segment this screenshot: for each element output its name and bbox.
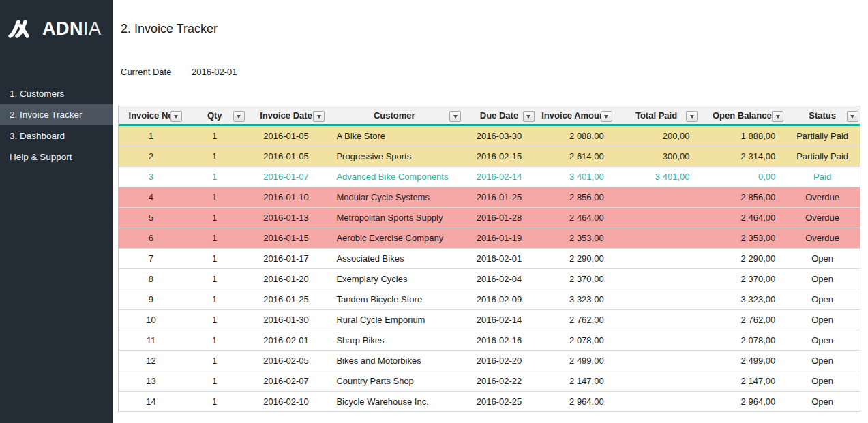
cell-qty[interactable]: 1 xyxy=(183,351,246,371)
cell-open_balance[interactable]: 0,00 xyxy=(699,167,785,187)
cell-qty[interactable]: 1 xyxy=(183,126,246,146)
cell-total_paid[interactable] xyxy=(614,310,700,330)
cell-total_paid[interactable]: 3 401,00 xyxy=(614,167,700,187)
cell-customer[interactable]: Country Parts Shop xyxy=(326,371,462,391)
cell-qty[interactable]: 1 xyxy=(183,310,246,330)
cell-customer[interactable]: Modular Cycle Systems xyxy=(326,187,462,207)
cell-due_date[interactable]: 2016-02-25 xyxy=(462,392,536,411)
cell-customer[interactable]: Tandem Bicycle Store xyxy=(326,289,462,309)
cell-invoice_date[interactable]: 2016-01-20 xyxy=(246,269,327,289)
cell-customer[interactable]: A Bike Store xyxy=(326,126,462,146)
cell-status[interactable]: Overdue xyxy=(785,228,860,248)
sidebar-item-help-support[interactable]: Help & Support xyxy=(0,146,113,168)
cell-total_paid[interactable] xyxy=(614,289,700,309)
cell-invoice_amount[interactable]: 2 762,00 xyxy=(536,310,614,330)
cell-invoice_no[interactable]: 13 xyxy=(119,371,183,391)
cell-invoice_no[interactable]: 12 xyxy=(119,351,183,371)
filter-button-customer[interactable] xyxy=(449,111,461,122)
cell-total_paid[interactable] xyxy=(614,249,700,268)
cell-open_balance[interactable]: 2 370,00 xyxy=(699,269,785,289)
cell-invoice_amount[interactable]: 2 147,00 xyxy=(536,371,614,391)
cell-invoice_no[interactable]: 14 xyxy=(119,392,183,411)
cell-status[interactable]: Open xyxy=(785,392,860,411)
cell-invoice_date[interactable]: 2016-01-05 xyxy=(246,126,327,146)
cell-open_balance[interactable]: 1 888,00 xyxy=(699,126,785,146)
cell-invoice_no[interactable]: 11 xyxy=(119,330,183,350)
cell-qty[interactable]: 1 xyxy=(183,228,246,248)
cell-invoice_date[interactable]: 2016-01-15 xyxy=(246,228,327,248)
cell-total_paid[interactable] xyxy=(614,371,700,391)
cell-qty[interactable]: 1 xyxy=(183,167,246,187)
cell-open_balance[interactable]: 2 762,00 xyxy=(699,310,785,330)
cell-status[interactable]: Open xyxy=(785,310,860,330)
cell-qty[interactable]: 1 xyxy=(183,249,246,268)
cell-status[interactable]: Open xyxy=(785,269,860,289)
cell-total_paid[interactable] xyxy=(614,330,700,350)
cell-status[interactable]: Open xyxy=(785,289,860,309)
cell-due_date[interactable]: 2016-02-04 xyxy=(462,269,536,289)
cell-due_date[interactable]: 2016-02-09 xyxy=(462,289,536,309)
cell-invoice_date[interactable]: 2016-02-05 xyxy=(246,351,327,371)
cell-invoice_no[interactable]: 2 xyxy=(119,146,183,166)
cell-status[interactable]: Open xyxy=(785,249,860,268)
cell-invoice_date[interactable]: 2016-01-13 xyxy=(246,208,327,228)
cell-total_paid[interactable] xyxy=(614,269,700,289)
cell-open_balance[interactable]: 2 464,00 xyxy=(699,208,785,228)
filter-button-status[interactable] xyxy=(847,111,858,122)
cell-customer[interactable]: Sharp Bikes xyxy=(326,330,462,350)
filter-button-invoice-no[interactable] xyxy=(170,111,182,122)
cell-due_date[interactable]: 2016-02-16 xyxy=(462,330,536,350)
cell-invoice_date[interactable]: 2016-01-30 xyxy=(246,310,327,330)
cell-invoice_amount[interactable]: 2 078,00 xyxy=(536,330,614,350)
cell-status[interactable]: Paid xyxy=(785,167,860,187)
cell-qty[interactable]: 1 xyxy=(183,208,246,228)
cell-invoice_date[interactable]: 2016-01-10 xyxy=(246,187,327,207)
cell-due_date[interactable]: 2016-02-01 xyxy=(462,249,536,268)
cell-due_date[interactable]: 2016-02-20 xyxy=(462,351,536,371)
cell-invoice_date[interactable]: 2016-01-17 xyxy=(246,249,327,268)
cell-due_date[interactable]: 2016-02-22 xyxy=(462,371,536,391)
cell-invoice_amount[interactable]: 3 401,00 xyxy=(536,167,614,187)
cell-invoice_date[interactable]: 2016-02-07 xyxy=(246,371,327,391)
cell-invoice_no[interactable]: 3 xyxy=(119,167,183,187)
cell-invoice_no[interactable]: 1 xyxy=(119,126,183,146)
cell-open_balance[interactable]: 2 314,00 xyxy=(699,146,785,166)
cell-invoice_amount[interactable]: 2 464,00 xyxy=(536,208,614,228)
filter-button-due-date[interactable] xyxy=(523,111,535,122)
cell-qty[interactable]: 1 xyxy=(183,289,246,309)
cell-status[interactable]: Partially Paid xyxy=(785,146,860,166)
cell-open_balance[interactable]: 3 323,00 xyxy=(699,289,785,309)
cell-status[interactable]: Overdue xyxy=(785,208,860,228)
sidebar-item-3-dashboard[interactable]: 3. Dashboard xyxy=(0,125,113,146)
cell-status[interactable]: Open xyxy=(785,351,860,371)
cell-customer[interactable]: Aerobic Exercise Company xyxy=(326,228,462,248)
sidebar-item-2-invoice-tracker[interactable]: 2. Invoice Tracker xyxy=(0,104,113,125)
cell-customer[interactable]: Advanced Bike Components xyxy=(326,167,462,187)
cell-invoice_amount[interactable]: 2 964,00 xyxy=(536,392,614,411)
cell-customer[interactable]: Progressive Sports xyxy=(326,146,462,166)
filter-button-qty[interactable] xyxy=(233,111,245,122)
cell-due_date[interactable]: 2016-01-25 xyxy=(462,187,536,207)
cell-customer[interactable]: Associated Bikes xyxy=(326,249,462,268)
cell-due_date[interactable]: 2016-01-19 xyxy=(462,228,536,248)
cell-total_paid[interactable] xyxy=(614,208,700,228)
cell-invoice_amount[interactable]: 2 290,00 xyxy=(536,249,614,268)
cell-total_paid[interactable] xyxy=(614,228,700,248)
filter-button-open-balance[interactable] xyxy=(772,111,783,122)
cell-qty[interactable]: 1 xyxy=(183,330,246,350)
cell-customer[interactable]: Exemplary Cycles xyxy=(326,269,462,289)
cell-customer[interactable]: Bicycle Warehouse Inc. xyxy=(326,392,462,411)
cell-invoice_amount[interactable]: 2 856,00 xyxy=(536,187,614,207)
cell-invoice_amount[interactable]: 2 370,00 xyxy=(536,269,614,289)
cell-customer[interactable]: Metropolitan Sports Supply xyxy=(326,208,462,228)
cell-open_balance[interactable]: 2 499,00 xyxy=(699,351,785,371)
cell-invoice_amount[interactable]: 2 353,00 xyxy=(536,228,614,248)
cell-total_paid[interactable] xyxy=(614,351,700,371)
cell-invoice_no[interactable]: 6 xyxy=(119,228,183,248)
cell-due_date[interactable]: 2016-02-14 xyxy=(462,310,536,330)
cell-invoice_date[interactable]: 2016-01-05 xyxy=(246,146,327,166)
cell-open_balance[interactable]: 2 856,00 xyxy=(699,187,785,207)
filter-button-invoice-amount[interactable] xyxy=(601,111,612,122)
filter-button-invoice-date[interactable] xyxy=(313,111,325,122)
cell-total_paid[interactable]: 200,00 xyxy=(614,126,700,146)
